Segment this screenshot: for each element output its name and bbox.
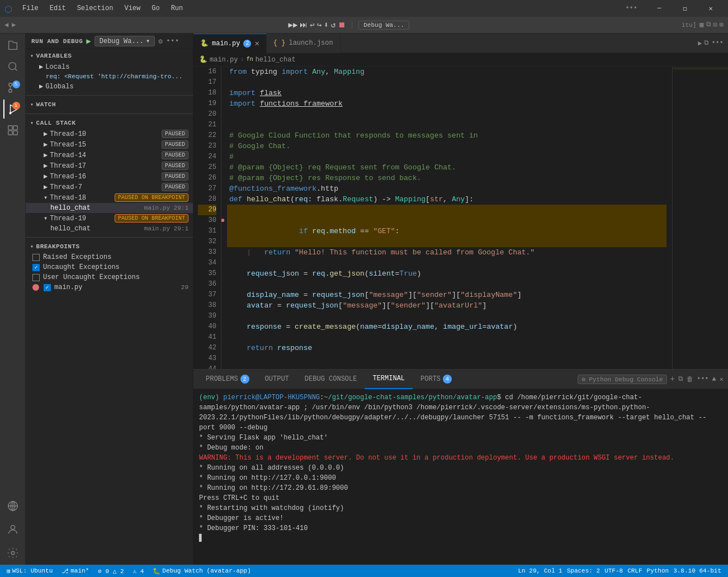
accounts-activity-icon[interactable] bbox=[3, 520, 22, 539]
breadcrumb-function[interactable]: hello_chat bbox=[256, 56, 296, 64]
tab-mainpy[interactable]: 🐍 main.py 2 ✕ bbox=[193, 34, 267, 53]
explorer-activity-icon[interactable] bbox=[3, 36, 22, 55]
panel-tab-ports[interactable]: PORTS 4 bbox=[413, 370, 460, 389]
svg-rect-4 bbox=[9, 112, 11, 115]
menu-run[interactable]: Run bbox=[167, 3, 188, 13]
customize-layout-button[interactable]: ⊞ bbox=[720, 21, 724, 29]
terminal-line-warning: WARNING: This is a development server. D… bbox=[199, 453, 722, 463]
thread-14-item[interactable]: ▶ Thread-14 PAUSED bbox=[26, 150, 193, 160]
thread-15-item[interactable]: ▶ Thread-15 PAUSED bbox=[26, 139, 193, 150]
status-spaces-count[interactable]: Spaces: 2 bbox=[565, 565, 602, 577]
svg-point-3 bbox=[8, 89, 12, 93]
thread-17-status: PAUSED bbox=[162, 162, 188, 170]
extensions-activity-icon[interactable] bbox=[3, 121, 22, 140]
status-debug[interactable]: 🐛 Debug Watch (avatar-app) bbox=[150, 565, 253, 577]
status-version[interactable]: 3.8.10 64-bit bbox=[671, 565, 724, 577]
globals-item[interactable]: ▶ Globals bbox=[26, 81, 193, 92]
settings-activity-icon[interactable] bbox=[3, 543, 22, 562]
panel-layout-button[interactable]: ⊟ bbox=[713, 21, 717, 29]
status-eol[interactable]: CRLF bbox=[625, 565, 644, 577]
status-spaces-label: ⚠ 4 bbox=[133, 567, 144, 575]
run-file-button[interactable]: ▶ bbox=[698, 39, 702, 48]
python-debug-console-selector[interactable]: ⚙ Python Debug Console bbox=[578, 375, 666, 384]
debug-step-out-button[interactable]: ⬇ bbox=[324, 20, 328, 30]
thread-19-hello-chat[interactable]: hello_chat main.py 29:1 bbox=[26, 224, 193, 234]
kill-terminal-button[interactable]: 🗑 bbox=[687, 375, 693, 384]
call-stack-header[interactable]: ▾ CALL STACK bbox=[26, 117, 193, 129]
debug-config-display[interactable]: Debug Wa... bbox=[358, 21, 409, 30]
status-branch[interactable]: ⎇ main* bbox=[59, 565, 91, 577]
debug-stop-button[interactable]: ⏹ bbox=[338, 21, 346, 30]
split-editor-button[interactable]: ⧉ bbox=[706, 21, 711, 29]
raised-exceptions-item[interactable]: Raised Exceptions bbox=[26, 252, 193, 262]
watch-header[interactable]: ▾ WATCH bbox=[26, 99, 193, 110]
source-control-activity-icon[interactable]: 5 bbox=[3, 78, 22, 97]
locals-item[interactable]: ▶ Locals bbox=[26, 62, 193, 72]
panel-tab-debug-console[interactable]: DEBUG CONSOLE bbox=[297, 370, 365, 389]
minimize-button[interactable]: — bbox=[646, 0, 672, 17]
menu-edit[interactable]: Edit bbox=[45, 3, 70, 13]
tab-launch-json[interactable]: { } launch.json bbox=[267, 34, 341, 53]
thread-10-item[interactable]: ▶ Thread-10 PAUSED bbox=[26, 129, 193, 139]
status-position[interactable]: Ln 29, Col 1 bbox=[516, 565, 565, 577]
mainpy-breakpoint-checkbox[interactable]: ✓ bbox=[44, 284, 51, 291]
raised-exceptions-checkbox[interactable] bbox=[32, 254, 40, 261]
user-uncaught-exceptions-item[interactable]: User Uncaught Exceptions bbox=[26, 272, 193, 282]
debug-continue-button[interactable]: ▶▶ bbox=[288, 20, 297, 30]
mainpy-breakpoint-item[interactable]: ✓ main.py 29 bbox=[26, 282, 193, 292]
run-debug-play-button[interactable]: ▶ bbox=[86, 36, 91, 46]
close-window-button[interactable]: ✕ bbox=[698, 0, 724, 17]
thread-19-item[interactable]: ▾ Thread-19 PAUSED ON BREAKPOINT bbox=[26, 213, 193, 224]
thread-7-item[interactable]: ▶ Thread-7 PAUSED bbox=[26, 182, 193, 192]
panel-tab-terminal[interactable]: TERMINAL bbox=[365, 370, 413, 389]
search-activity-icon[interactable] bbox=[3, 57, 22, 76]
more-menu-button[interactable]: ••• bbox=[623, 4, 640, 12]
breakpoints-header[interactable]: ▾ BREAKPOINTS bbox=[26, 241, 193, 252]
status-spaces[interactable]: ⚠ 4 bbox=[131, 565, 146, 577]
code-line-41 bbox=[227, 364, 666, 369]
raised-exceptions-label: Raised Exceptions bbox=[43, 253, 111, 261]
locals-req-item[interactable]: req: <Request 'http://charming-tro... bbox=[26, 72, 193, 81]
debug-config-selector[interactable]: Debug Wa... ▾ bbox=[94, 36, 155, 46]
menu-view[interactable]: View bbox=[120, 3, 145, 13]
debug-step-into-button[interactable]: ↪ bbox=[317, 20, 322, 30]
run-debug-activity-icon[interactable]: 1 bbox=[3, 100, 22, 119]
menu-selection[interactable]: Selection bbox=[73, 3, 118, 13]
debug-settings-button[interactable]: ⚙ bbox=[158, 37, 163, 46]
menu-go[interactable]: Go bbox=[147, 3, 164, 13]
uncaught-exceptions-checkbox[interactable]: ✓ bbox=[32, 264, 40, 271]
more-actions-button[interactable]: ••• bbox=[711, 39, 724, 47]
back-button[interactable]: ◀ bbox=[4, 21, 8, 29]
panel-maximize-button[interactable]: ▲ bbox=[712, 375, 716, 383]
status-encoding[interactable]: UTF-8 bbox=[602, 565, 625, 577]
terminal-more-button[interactable]: ••• bbox=[697, 375, 709, 383]
debug-pause-button[interactable]: ⏭ bbox=[300, 21, 308, 30]
breadcrumb-file[interactable]: main.py bbox=[210, 56, 238, 64]
debug-step-over-button[interactable]: ↩ bbox=[310, 20, 314, 30]
remote-explorer-activity-icon[interactable] bbox=[3, 496, 22, 515]
uncaught-exceptions-item[interactable]: ✓ Uncaught Exceptions bbox=[26, 262, 193, 272]
status-wsl[interactable]: ⊞ WSL: Ubuntu bbox=[4, 565, 55, 577]
panel-tab-problems[interactable]: PROBLEMS 2 bbox=[198, 370, 257, 389]
thread-16-item[interactable]: ▶ Thread-16 PAUSED bbox=[26, 171, 193, 182]
thread-17-item[interactable]: ▶ Thread-17 PAUSED bbox=[26, 160, 193, 171]
status-errors[interactable]: ⊘ 0 △ 2 bbox=[96, 565, 126, 577]
panel-close-button[interactable]: ✕ bbox=[720, 375, 724, 384]
thread-18-item[interactable]: ▾ Thread-18 PAUSED ON BREAKPOINT bbox=[26, 192, 193, 203]
status-language[interactable]: Python bbox=[645, 565, 672, 577]
variables-header[interactable]: ▾ VARIABLES bbox=[26, 50, 193, 62]
user-uncaught-exceptions-checkbox[interactable] bbox=[32, 274, 40, 281]
new-terminal-button[interactable]: + bbox=[670, 375, 675, 384]
tab-mainpy-close[interactable]: ✕ bbox=[254, 39, 259, 48]
menu-file[interactable]: File bbox=[18, 3, 43, 13]
thread-18-hello-chat[interactable]: hello_chat main.py 29:1 bbox=[26, 203, 193, 213]
forward-button[interactable]: ▶ bbox=[12, 21, 16, 29]
terminal-split-button[interactable]: ⧉ bbox=[678, 375, 683, 383]
split-editor-right-button[interactable]: ⧉ bbox=[704, 39, 709, 47]
maximize-button[interactable]: ◻ bbox=[672, 0, 698, 17]
debug-restart-button[interactable]: ↺ bbox=[331, 20, 335, 30]
code-content[interactable]: from typing import Any, Mapping import f… bbox=[221, 67, 672, 369]
debug-more-button[interactable]: ••• bbox=[166, 37, 179, 45]
editor-layout-button[interactable]: ▦ bbox=[699, 21, 703, 29]
panel-tab-output[interactable]: OUTPUT bbox=[257, 370, 297, 389]
